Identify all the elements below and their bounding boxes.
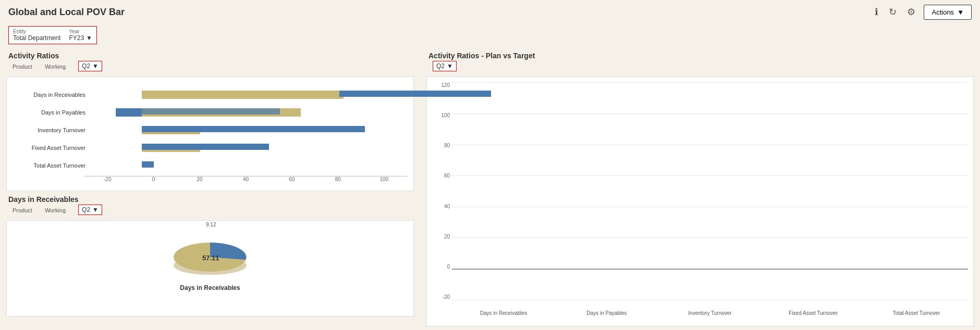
row-bar-inventory-turnover <box>89 125 407 135</box>
y-label: 60 <box>444 173 450 179</box>
gridline <box>452 175 968 176</box>
row-label-days-receivables: Days in Receivables <box>13 92 89 98</box>
year-chevron-icon: ▼ <box>86 34 92 42</box>
x-label-inventory-turnover: Inventory Turnover <box>664 310 756 316</box>
y-label: 0 <box>447 264 450 270</box>
axis-label: 20 <box>177 176 223 182</box>
page-title: Global and Local POV Bar <box>8 7 125 18</box>
top-bar: Global and Local POV Bar ℹ ↻ ⚙ Actions ▼ <box>0 0 980 24</box>
days-receivables-title: Days in Receivables <box>8 195 416 204</box>
entity-filter[interactable]: Entity Total Department <box>13 29 60 42</box>
days-receivables-section: Days in Receivables Product Working Q2 ▼… <box>4 195 416 316</box>
activity-ratios-title: Activity Ratios <box>8 52 416 60</box>
activity-ratios-subtitle2: Working <box>45 64 66 70</box>
refresh-icon-button[interactable]: ↻ <box>887 4 899 20</box>
x-label-total-asset-turnover: Total Asset Turnover <box>870 310 963 316</box>
entity-value: Total Department <box>13 34 60 42</box>
x-label-days-receivables: Days in Receivables <box>457 310 550 316</box>
pie-section: 9.12 57.11 <box>9 225 411 297</box>
activity-ratios-chart: Days in Receivables Days in Payables <box>6 77 414 191</box>
gridline <box>452 237 968 238</box>
zero-line <box>452 269 968 270</box>
plan-vs-target-chart: 120 100 80 60 40 20 0 -20 <box>426 77 974 326</box>
year-value: FY23 <box>69 34 84 42</box>
table-row: Fixed Asset Turnover <box>13 139 407 156</box>
table-row: Inventory Turnover <box>13 122 407 138</box>
row-bar-days-receivables <box>89 90 407 100</box>
axis-label: 80 <box>315 176 361 182</box>
chart-area <box>452 82 968 300</box>
top-icons: ℹ ↻ ⚙ Actions ▼ <box>873 4 972 20</box>
year-label: Year <box>69 29 92 34</box>
year-filter[interactable]: Year FY23 ▼ <box>69 29 92 42</box>
plan-vs-target-title: Activity Ratios - Plan vs Target <box>428 52 976 60</box>
info-icon-button[interactable]: ℹ <box>873 4 880 20</box>
entity-label: Entity <box>13 29 60 34</box>
axis-label: 100 <box>361 176 407 182</box>
activity-ratios-section: Activity Ratios Product Working Q2 ▼ Day… <box>4 52 416 191</box>
pie-value1: 9.12 <box>206 222 216 227</box>
axis-label: 40 <box>223 176 268 182</box>
activity-ratios-quarter-select[interactable]: Q2 ▼ <box>78 61 102 71</box>
blue-bar <box>339 91 491 97</box>
row-bar-total-asset-turnover <box>89 160 407 171</box>
y-label: 20 <box>444 234 450 239</box>
y-label: -20 <box>443 294 450 300</box>
chevron-down-icon: ▼ <box>957 8 964 16</box>
row-bar-days-payables <box>89 107 407 118</box>
y-label: 40 <box>444 204 450 209</box>
y-label: 80 <box>444 143 450 148</box>
main-content: Activity Ratios Product Working Q2 ▼ Day… <box>0 48 980 326</box>
y-label: 100 <box>441 112 450 118</box>
row-bar-fixed-asset-turnover <box>89 143 407 153</box>
days-rec-subtitle2: Working <box>45 207 66 213</box>
days-receivables-chart: 9.12 57.11 <box>6 220 414 316</box>
blue-bar <box>142 161 154 168</box>
table-row: Total Asset Turnover <box>13 157 407 174</box>
table-row: Days in Receivables <box>13 86 407 103</box>
row-label-inventory-turnover: Inventory Turnover <box>13 127 89 133</box>
gridline <box>452 145 968 145</box>
filter-box: Entity Total Department Year FY23 ▼ <box>8 26 97 44</box>
pie-chart-title: Days in Receivables <box>180 284 240 291</box>
pie-chart-svg: 57.11 <box>168 230 252 277</box>
gridline <box>452 300 968 300</box>
actions-button[interactable]: Actions ▼ <box>924 5 972 20</box>
axis-label: 60 <box>269 176 315 182</box>
left-panel: Activity Ratios Product Working Q2 ▼ Day… <box>4 48 416 326</box>
svg-text:57.11: 57.11 <box>202 254 219 262</box>
pvt-quarter-select[interactable]: Q2 ▼ <box>433 61 457 71</box>
table-row: Days in Payables <box>13 104 407 121</box>
gridline <box>452 207 968 207</box>
gridline <box>452 113 968 114</box>
row-label-fixed-asset-turnover: Fixed Asset Turnover <box>13 145 89 151</box>
axis-label: -20 <box>84 176 130 182</box>
blue-bar <box>142 108 280 115</box>
axis-label: 0 <box>130 176 176 182</box>
days-rec-subtitle1: Product <box>13 207 32 213</box>
right-panel: Activity Ratios - Plan vs Target Q2 ▼ 12… <box>416 48 976 326</box>
quarter-chevron-icon: ▼ <box>92 62 99 70</box>
x-axis: Days in Receivables Days in Payables Inv… <box>452 302 968 324</box>
blue-bar <box>142 144 269 150</box>
gridline <box>452 82 968 83</box>
row-label-days-payables: Days in Payables <box>13 109 89 116</box>
x-label-days-payables: Days in Payables <box>560 310 653 316</box>
tan-bar <box>142 91 344 99</box>
x-label-fixed-asset-turnover: Fixed Asset Turnover <box>767 310 860 316</box>
settings-icon-button[interactable]: ⚙ <box>905 4 917 20</box>
blue-bar-neg <box>116 108 142 117</box>
activity-ratios-subtitle1: Product <box>13 64 32 70</box>
days-rec-quarter-select[interactable]: Q2 ▼ <box>78 205 102 215</box>
y-axis: 120 100 80 60 40 20 0 -20 <box>427 82 452 300</box>
y-label: 120 <box>441 82 450 88</box>
row-label-total-asset-turnover: Total Asset Turnover <box>13 162 89 169</box>
pvt-chevron-icon: ▼ <box>447 62 453 70</box>
quarter2-chevron-icon: ▼ <box>92 206 99 213</box>
blue-bar <box>142 126 365 132</box>
